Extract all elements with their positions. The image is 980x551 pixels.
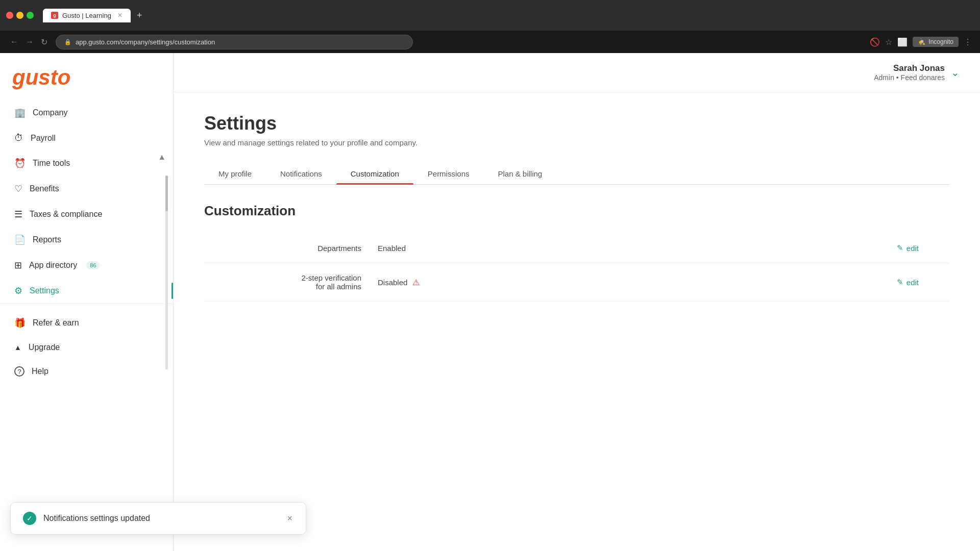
toast-success-icon: ✓ [23, 512, 36, 525]
sidebar-label-help: Help [32, 367, 48, 376]
active-indicator [172, 283, 173, 299]
edit-pencil-icon: ✎ [897, 243, 903, 253]
tab-my-profile[interactable]: My profile [204, 163, 266, 184]
sidebar-label-taxes: Taxes & compliance [30, 210, 102, 219]
upgrade-icon: ▲ [14, 343, 21, 352]
sidebar-nav: 🏢 Company ⏱ Payroll ⏰ Time tools ♡ Benef… [0, 96, 173, 551]
settings-tabs: My profile Notifications Customization P… [204, 163, 949, 185]
two-step-edit-button[interactable]: ✎ edit [897, 278, 919, 287]
payroll-icon: ⏱ [14, 133, 23, 143]
sidebar-item-time-tools[interactable]: ⏰ Time tools [0, 151, 173, 176]
sidebar-scrollbar-track [165, 176, 168, 369]
chevron-down-icon[interactable]: ⌄ [951, 66, 960, 79]
sidebar-label-time-tools: Time tools [33, 159, 70, 168]
sidebar: gusto ▲ 🏢 Company ⏱ Payroll ⏰ Time tools… [0, 53, 174, 551]
sidebar-item-upgrade[interactable]: ▲ Upgrade [0, 336, 173, 359]
sidebar-label-upgrade: Upgrade [29, 343, 60, 352]
tab-favicon: g [51, 12, 58, 19]
toast-message: Notifications settings updated [43, 514, 279, 523]
new-tab-button[interactable]: + [133, 9, 146, 22]
sidebar-item-payroll[interactable]: ⏱ Payroll [0, 126, 173, 151]
eye-slash-icon[interactable]: 🚫 [870, 37, 880, 47]
sidebar-label-company: Company [33, 108, 67, 117]
scroll-up-arrow[interactable]: ▲ [158, 153, 166, 162]
reports-icon: 📄 [14, 234, 26, 245]
tab-label: Gusto | Learning [62, 12, 111, 19]
url-text: app.gusto.com/company/settings/customiza… [76, 38, 215, 46]
refer-icon: 🎁 [14, 317, 26, 329]
sidebar-item-help[interactable]: ? Help [0, 359, 173, 384]
user-profile-dropdown[interactable]: Sarah Jonas Admin • Feed donares ⌄ [874, 63, 960, 82]
sidebar-bottom: 🎁 Refer & earn ▲ Upgrade ? Help [0, 304, 173, 390]
active-tab[interactable]: g Gusto | Learning ✕ [43, 9, 131, 22]
tab-plan-billing[interactable]: Plan & billing [483, 163, 556, 184]
warning-icon: ⚠ [412, 278, 420, 287]
devices-icon[interactable]: ⬜ [897, 37, 908, 47]
sidebar-item-app-directory[interactable]: ⊞ App directory 86 [0, 253, 173, 278]
user-details: Sarah Jonas Admin • Feed donares [874, 63, 945, 82]
app-directory-badge: 86 [86, 261, 100, 269]
toast-close-button[interactable]: × [286, 512, 293, 525]
refresh-button[interactable]: ↻ [39, 35, 50, 49]
nav-buttons: ← → ↻ [8, 35, 50, 49]
address-bar-actions: 🚫 ☆ ⬜ 🕵️ Incognito ⋮ [870, 37, 972, 47]
close-window-btn[interactable] [6, 12, 13, 19]
sidebar-item-taxes[interactable]: ☰ Taxes & compliance [0, 202, 173, 227]
departments-edit-button[interactable]: ✎ edit [897, 243, 919, 253]
tab-notifications[interactable]: Notifications [266, 163, 336, 184]
sidebar-item-company[interactable]: 🏢 Company [0, 100, 173, 126]
sidebar-item-settings[interactable]: ⚙ Settings [0, 278, 173, 304]
window-controls[interactable] [6, 12, 34, 19]
gusto-logo[interactable]: gusto [12, 65, 161, 90]
table-row: Departments Enabled ✎ edit [204, 233, 949, 263]
main-content: Sarah Jonas Admin • Feed donares ⌄ Setti… [174, 53, 980, 551]
sidebar-item-reports[interactable]: 📄 Reports [0, 227, 173, 253]
lock-icon: 🔒 [64, 39, 71, 45]
minimize-window-btn[interactable] [16, 12, 23, 19]
departments-label: Departments [235, 244, 378, 253]
user-role: Admin • Feed donares [874, 73, 945, 82]
two-step-label: 2-step verificationfor all admins [235, 273, 378, 291]
sidebar-label-app-directory: App directory [29, 261, 77, 270]
url-bar[interactable]: 🔒 app.gusto.com/company/settings/customi… [56, 35, 413, 49]
sidebar-label-payroll: Payroll [31, 134, 56, 143]
content-area: Settings View and manage settings relate… [174, 92, 980, 322]
page-subtitle: View and manage settings related to your… [204, 138, 949, 147]
app-container: gusto ▲ 🏢 Company ⏱ Payroll ⏰ Time tools… [0, 53, 980, 551]
company-icon: 🏢 [14, 107, 26, 118]
back-button[interactable]: ← [8, 35, 20, 49]
forward-button[interactable]: → [23, 35, 36, 49]
help-icon: ? [14, 366, 24, 377]
incognito-label: Incognito [928, 38, 953, 45]
tab-close-icon[interactable]: ✕ [117, 12, 122, 19]
customization-table: Departments Enabled ✎ edit 2-step verifi… [204, 233, 949, 302]
sidebar-label-refer: Refer & earn [33, 318, 79, 328]
customization-title: Customization [204, 203, 949, 219]
tab-bar: g Gusto | Learning ✕ + [43, 9, 146, 22]
departments-value: Enabled [378, 244, 439, 253]
sidebar-label-reports: Reports [33, 235, 61, 244]
incognito-badge: 🕵️ Incognito [913, 37, 959, 47]
star-icon[interactable]: ☆ [885, 37, 892, 47]
app-directory-icon: ⊞ [14, 260, 22, 271]
maximize-window-btn[interactable] [27, 12, 34, 19]
menu-icon[interactable]: ⋮ [964, 37, 972, 47]
edit-pencil-icon-2: ✎ [897, 278, 903, 287]
top-header: Sarah Jonas Admin • Feed donares ⌄ [174, 53, 980, 92]
two-step-value: Disabled ⚠ [378, 278, 439, 287]
sidebar-item-refer[interactable]: 🎁 Refer & earn [0, 310, 173, 336]
time-tools-icon: ⏰ [14, 158, 26, 169]
sidebar-label-benefits: Benefits [30, 184, 59, 193]
page-title: Settings [204, 113, 949, 134]
tab-customization[interactable]: Customization [336, 163, 413, 184]
incognito-hat-icon: 🕵️ [918, 38, 925, 45]
toast-notification: ✓ Notifications settings updated × [10, 502, 306, 535]
table-row: 2-step verificationfor all admins Disabl… [204, 263, 949, 302]
browser-chrome: g Gusto | Learning ✕ + [0, 0, 980, 31]
sidebar-header: gusto [0, 53, 173, 96]
taxes-icon: ☰ [14, 209, 22, 220]
address-bar: ← → ↻ 🔒 app.gusto.com/company/settings/c… [0, 31, 980, 53]
sidebar-item-benefits[interactable]: ♡ Benefits [0, 176, 173, 202]
sidebar-scrollbar-thumb[interactable] [165, 176, 168, 211]
tab-permissions[interactable]: Permissions [413, 163, 484, 184]
